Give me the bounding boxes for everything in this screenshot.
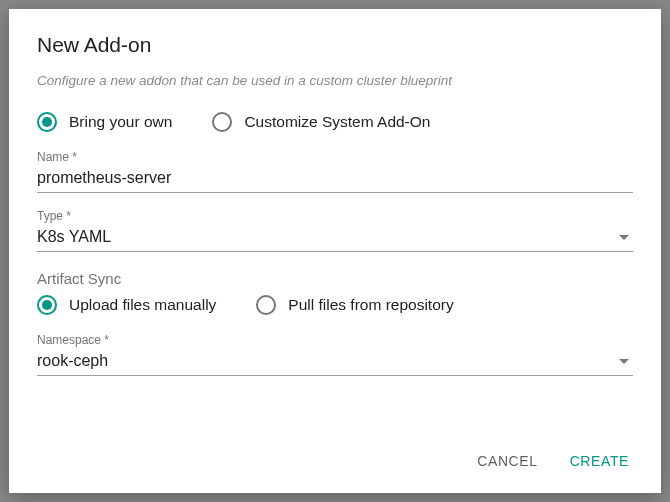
dialog-subtitle: Configure a new addon that can be used i…	[37, 73, 633, 88]
new-addon-dialog: New Add-on Configure a new addon that ca…	[9, 9, 661, 493]
radio-label: Pull files from repository	[288, 296, 453, 314]
type-value: K8s YAML	[37, 228, 619, 246]
radio-pull-from-repo[interactable]: Pull files from repository	[256, 295, 453, 315]
namespace-value: rook-ceph	[37, 352, 619, 370]
namespace-label: Namespace *	[37, 333, 633, 347]
namespace-select[interactable]: rook-ceph	[37, 349, 633, 376]
dialog-title: New Add-on	[37, 33, 633, 57]
artifact-sync-label: Artifact Sync	[37, 270, 633, 287]
dialog-actions: Cancel Create	[37, 433, 633, 477]
radio-icon	[212, 112, 232, 132]
namespace-field-group: Namespace * rook-ceph	[37, 333, 633, 376]
type-select[interactable]: K8s YAML	[37, 225, 633, 252]
addon-mode-radio-group: Bring your own Customize System Add-On	[37, 112, 633, 132]
type-label: Type *	[37, 209, 633, 223]
type-field-group: Type * K8s YAML	[37, 209, 633, 252]
radio-icon	[37, 112, 57, 132]
name-label: Name *	[37, 150, 633, 164]
radio-icon	[37, 295, 57, 315]
chevron-down-icon	[619, 235, 629, 240]
radio-label: Upload files manually	[69, 296, 216, 314]
radio-label: Customize System Add-On	[244, 113, 430, 131]
radio-customize-system[interactable]: Customize System Add-On	[212, 112, 430, 132]
cancel-button[interactable]: Cancel	[473, 445, 541, 477]
name-field-group: Name *	[37, 150, 633, 193]
artifact-sync-radio-group: Upload files manually Pull files from re…	[37, 295, 633, 315]
create-button[interactable]: Create	[566, 445, 633, 477]
chevron-down-icon	[619, 359, 629, 364]
radio-upload-manually[interactable]: Upload files manually	[37, 295, 216, 315]
radio-label: Bring your own	[69, 113, 172, 131]
radio-icon	[256, 295, 276, 315]
name-input[interactable]	[37, 169, 633, 187]
radio-bring-your-own[interactable]: Bring your own	[37, 112, 172, 132]
